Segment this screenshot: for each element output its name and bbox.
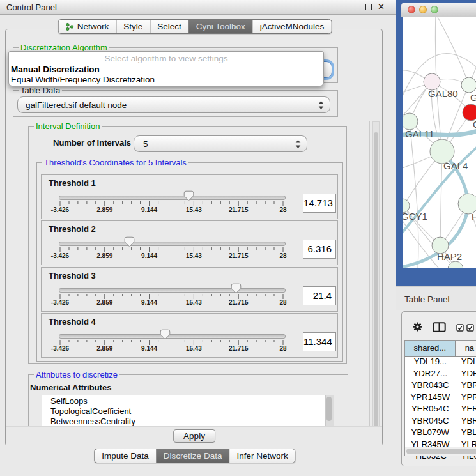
cell-name[interactable]: YBR0	[456, 416, 476, 428]
tab-select[interactable]: Select	[150, 20, 188, 33]
cell-name[interactable]: YBL0	[456, 427, 476, 440]
table-row[interactable]: YBR043CYBR0	[405, 380, 476, 392]
apply-button[interactable]: Apply	[173, 429, 215, 443]
table-data-combo[interactable]: galFiltered.sif default node	[17, 96, 330, 113]
gear-icon[interactable]	[413, 322, 422, 332]
horizontal-scrollbar[interactable]	[405, 447, 476, 456]
tab-style[interactable]: Style	[116, 20, 150, 33]
cell-shared-name[interactable]: YBL079W	[405, 427, 456, 440]
tick-label: 21.715	[229, 252, 249, 259]
checkbox-icon[interactable]	[456, 324, 464, 332]
network-window-titlebar	[401, 3, 476, 17]
network-node-ga[interactable]	[461, 77, 476, 93]
group-title: Threshold's Coordinates for 5 Intervals	[42, 158, 188, 167]
cell-shared-name[interactable]: YDR27...	[405, 369, 456, 381]
tab-label: Network	[77, 21, 109, 32]
threshold-value-field[interactable]: 11.344	[303, 332, 336, 351]
network-node-gal11[interactable]	[403, 113, 418, 130]
slider-thumb[interactable]	[231, 283, 242, 294]
attribute-item[interactable]: BetweennessCentrality	[50, 417, 334, 426]
combo-value: 5	[143, 139, 148, 149]
float-window-icon[interactable]	[365, 4, 372, 10]
slider-track[interactable]	[59, 242, 286, 246]
network-node-label: HAP2	[437, 251, 462, 262]
attributes-list[interactable]: SelfLoopsTopologicalCoefficientBetweenne…	[42, 395, 334, 426]
attributes-group: Attributes to discretize Numerical Attri…	[28, 374, 348, 429]
network-node-label: GAL11	[405, 128, 434, 139]
dropdown-option-equal-width-frequency[interactable]: Equal Width/Frequency Discretization	[9, 75, 323, 85]
tab-cyni-toolbox[interactable]: Cyni Toolbox	[188, 20, 252, 33]
cell-shared-name[interactable]: YDL19...	[405, 357, 456, 369]
tick-label: 15.43	[186, 206, 202, 213]
node-table: shared... na YDL19...YDL1YDR27...YDR2YBR…	[404, 340, 476, 456]
network-node[interactable]	[448, 261, 463, 268]
tick-label: 28	[279, 345, 286, 352]
cell-shared-name[interactable]: YER054C	[405, 404, 456, 416]
list-scrollbar[interactable]	[325, 395, 334, 426]
tab-discretize-data[interactable]: Discretize Data	[156, 449, 229, 463]
table-row[interactable]: YBR045CYBR0	[405, 416, 476, 428]
tab-impute-data[interactable]: Impute Data	[95, 449, 156, 463]
threshold-panel-2: Threshold 2-3.4262.8599.14415.4321.71528…	[41, 220, 338, 265]
cell-shared-name[interactable]: YPR145W	[405, 392, 456, 404]
tick-label: 28	[279, 299, 286, 306]
tab-jactivemnodules[interactable]: jActiveMNodules	[252, 20, 332, 33]
cell-name[interactable]: YDL1	[456, 357, 476, 369]
top-tab-bar: NetworkStyleSelectCyni ToolboxjActiveMNo…	[58, 19, 332, 34]
network-node-label: GAL4	[443, 160, 468, 171]
threshold-value-field[interactable]: 6.316	[303, 240, 336, 259]
column-header-shared-name[interactable]: shared...	[405, 341, 456, 357]
slider-thumb[interactable]	[183, 190, 194, 201]
number-of-intervals-combo[interactable]: 5	[134, 135, 307, 152]
table-header-row: shared... na	[405, 341, 476, 357]
dropdown-option-manual-discretization[interactable]: Manual Discretization	[9, 65, 323, 75]
threshold-label: Threshold 1	[49, 178, 96, 188]
tick-label: 21.715	[229, 206, 249, 213]
number-of-intervals-label: Number of Intervals	[53, 138, 131, 148]
columns-icon[interactable]	[433, 322, 446, 332]
tick-label: 21.715	[229, 345, 249, 352]
attribute-item[interactable]: SelfLoops	[50, 396, 334, 406]
tab-infer-network[interactable]: Infer Network	[229, 449, 295, 463]
slider-thumb[interactable]	[160, 329, 171, 340]
tab-network[interactable]: Network	[59, 20, 116, 33]
slider-thumb[interactable]	[124, 236, 135, 247]
tick-label: -3.426	[51, 206, 69, 213]
slider-ticks	[59, 293, 284, 300]
network-canvas[interactable]: GAL80GACGAL11GAL4GCY1HHAP2	[403, 17, 476, 268]
close-icon[interactable]: ✕	[378, 0, 385, 14]
cell-shared-name[interactable]: YBR045C	[405, 416, 456, 428]
slider-track[interactable]	[59, 334, 286, 339]
checkbox-icon[interactable]	[466, 324, 474, 332]
tab-label: Infer Network	[236, 450, 288, 461]
group-title: Attributes to discretize	[34, 370, 119, 380]
column-header-name[interactable]: na	[456, 341, 476, 357]
threshold-label: Threshold 4	[49, 317, 96, 326]
threshold-value-field[interactable]: 21.4	[303, 286, 336, 305]
cell-name[interactable]: YER0	[456, 404, 476, 416]
vertical-scrollbar[interactable]	[372, 121, 380, 445]
zoom-traffic-light[interactable]	[431, 6, 438, 13]
table-row[interactable]: YDL19...YDL1	[405, 357, 476, 369]
table-row[interactable]: YBL079WYBL0	[405, 427, 476, 440]
slider-track[interactable]	[59, 288, 286, 293]
threshold-value-field[interactable]: 14.713	[303, 194, 336, 213]
network-node-label: GCY1	[403, 211, 427, 222]
group-title: Interval Definition	[34, 121, 102, 131]
minimize-traffic-light[interactable]	[419, 6, 427, 13]
table-row[interactable]: YPR145WYPR1	[405, 392, 476, 404]
attribute-item[interactable]: TopologicalCoefficient	[50, 406, 334, 417]
slider-ticks	[59, 201, 284, 208]
table-row[interactable]: YDR27...YDR2	[405, 369, 476, 381]
slider-track[interactable]	[59, 196, 286, 200]
table-row[interactable]: YER054CYER0	[405, 404, 476, 416]
tick-label: 2.859	[96, 252, 112, 259]
tick-label: 9.144	[141, 299, 157, 306]
cell-shared-name[interactable]: YBR043C	[405, 380, 456, 392]
cell-name[interactable]: YBR0	[456, 380, 476, 392]
thresholds-group: Threshold's Coordinates for 5 Intervals …	[36, 162, 343, 362]
table-panel-body: shared... na YDL19...YDL1YDR27...YDR2YBR…	[401, 311, 476, 466]
cell-name[interactable]: YDR2	[456, 369, 476, 381]
cell-name[interactable]: YPR1	[456, 392, 476, 404]
close-traffic-light[interactable]	[408, 6, 415, 13]
